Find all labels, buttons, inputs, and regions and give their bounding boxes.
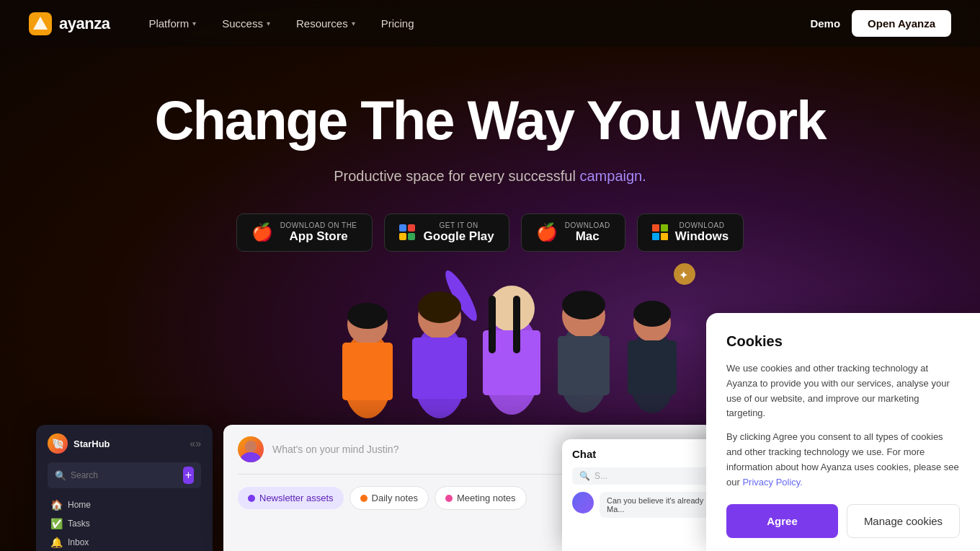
home-icon: 🏠 <box>50 499 62 511</box>
nav-home[interactable]: 🏠 Home <box>48 495 201 514</box>
chevron-down-icon: ▾ <box>352 19 355 27</box>
app-ui-mock: 🐚 StarHub «» 🔍 + 🏠 Home ✅ Tasks 🔔 Inbox <box>36 425 713 551</box>
chat-bubble: Can you believe it's already Ma... <box>600 492 715 518</box>
nav-inbox[interactable]: 🔔 Inbox <box>48 533 201 551</box>
svg-rect-14 <box>489 296 496 353</box>
chat-message-row: Can you believe it's already Ma... <box>572 492 725 518</box>
privacy-policy-link[interactable]: Privacy Policy. <box>742 477 803 488</box>
cookie-banner: Cookies We use cookies and other trackin… <box>706 313 980 551</box>
sidebar-panel: 🐚 StarHub «» 🔍 + 🏠 Home ✅ Tasks 🔔 Inbox <box>36 425 213 551</box>
brand-name: ayanza <box>59 14 110 33</box>
workspace-avatar: 🐚 <box>48 433 68 454</box>
hero-subtitle: Productive space for every successful ca… <box>0 168 980 185</box>
nav-right: Demo Open Ayanza <box>810 10 951 37</box>
cookie-buttons: Agree Manage cookies <box>726 504 960 538</box>
svg-rect-8 <box>412 338 467 399</box>
svg-point-23 <box>633 301 671 327</box>
hero-illustration: ✦ <box>238 231 742 433</box>
tab-dot-newsletter <box>248 495 255 502</box>
chat-search-bar[interactable]: 🔍 S... <box>572 467 725 485</box>
cookie-body-2: By clicking Agree you consent to all typ… <box>726 430 960 490</box>
search-input[interactable] <box>71 470 179 480</box>
hero-section: Change The Way You Work Productive space… <box>0 47 980 252</box>
chat-title: Chat <box>572 448 725 460</box>
tab-dot-meeting <box>445 495 453 502</box>
nav-resources[interactable]: Resources ▾ <box>286 12 365 35</box>
inbox-icon: 🔔 <box>50 537 62 548</box>
chat-search-placeholder: S... <box>594 471 607 481</box>
cookie-title: Cookies <box>726 333 960 350</box>
workspace-info: 🐚 StarHub <box>48 433 110 454</box>
svg-rect-4 <box>342 343 393 400</box>
workspace-name: StarHub <box>74 438 110 449</box>
svg-rect-18 <box>558 336 610 395</box>
post-placeholder[interactable]: What's on your mind Justin? <box>272 444 398 455</box>
tab-newsletter-assets[interactable]: Newsletter assets <box>238 487 344 509</box>
search-icon: 🔍 <box>55 470 66 481</box>
svg-rect-15 <box>513 296 520 353</box>
tab-daily-notes[interactable]: Daily notes <box>349 486 429 510</box>
nav-left: ayanza Platform ▾ Success ▾ Resources ▾ … <box>29 12 424 35</box>
logo[interactable]: ayanza <box>29 12 110 35</box>
manage-cookies-button[interactable]: Manage cookies <box>847 504 960 538</box>
cookie-body-1: We use cookies and other tracking techno… <box>726 361 960 421</box>
svg-point-27 <box>241 452 261 462</box>
nav-pricing[interactable]: Pricing <box>371 12 424 35</box>
nav-platform[interactable]: Platform ▾ <box>138 12 206 35</box>
chevron-down-icon: ▾ <box>192 19 196 27</box>
nav-links: Platform ▾ Success ▾ Resources ▾ Pricing <box>138 12 424 35</box>
hero-title: Change The Way You Work <box>0 90 980 151</box>
nav-tasks[interactable]: ✅ Tasks <box>48 514 201 533</box>
svg-rect-22 <box>628 340 677 394</box>
svg-point-5 <box>347 303 388 329</box>
search-bar[interactable]: 🔍 + <box>48 462 201 488</box>
svg-text:✦: ✦ <box>679 269 688 281</box>
sidebar-header: 🐚 StarHub «» <box>48 433 201 454</box>
user-avatar <box>238 436 264 462</box>
svg-point-19 <box>562 291 605 319</box>
open-ayanza-button[interactable]: Open Ayanza <box>852 10 951 37</box>
add-button[interactable]: + <box>183 467 194 484</box>
agree-button[interactable]: Agree <box>726 504 838 538</box>
collapse-icon[interactable]: «» <box>190 438 201 449</box>
tab-dot-daily <box>360 495 368 502</box>
nav-success[interactable]: Success ▾ <box>212 12 280 35</box>
chat-avatar <box>572 492 594 513</box>
svg-point-10 <box>418 291 461 323</box>
tasks-icon: ✅ <box>50 518 62 529</box>
chat-search-icon: 🔍 <box>579 471 590 481</box>
navbar: ayanza Platform ▾ Success ▾ Resources ▾ … <box>0 0 980 47</box>
demo-link[interactable]: Demo <box>810 17 840 30</box>
logo-icon <box>29 12 52 35</box>
chevron-down-icon: ▾ <box>267 19 270 27</box>
svg-point-26 <box>245 441 257 452</box>
tab-meeting-notes[interactable]: Meeting notes <box>435 486 527 510</box>
